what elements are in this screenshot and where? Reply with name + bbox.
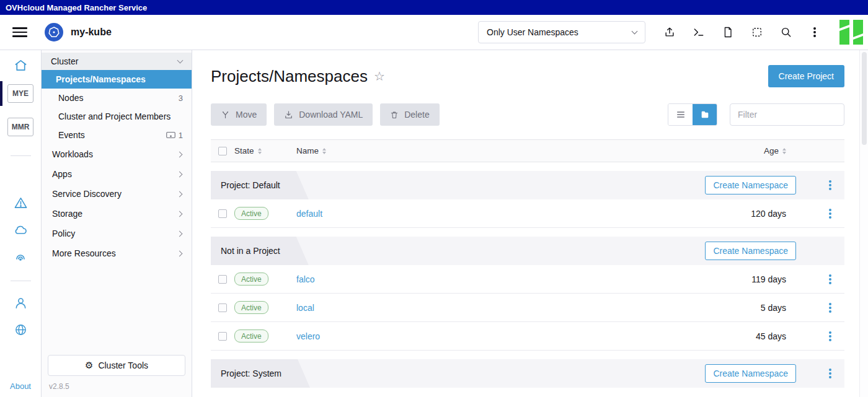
column-label: Age (764, 146, 779, 155)
group-label: Not in a Project (211, 237, 309, 265)
scrollbar[interactable] (859, 50, 868, 397)
menu-icon[interactable] (12, 27, 27, 37)
about-link[interactable]: About (10, 382, 31, 391)
age-value: 5 days (709, 303, 796, 313)
favorite-star-icon[interactable]: ☆ (374, 69, 385, 84)
sidebar-item-events[interactable]: Events 1 (42, 126, 192, 144)
age-value: 119 days (709, 274, 796, 284)
delete-button[interactable]: Delete (380, 103, 439, 126)
scrollbar-thumb[interactable] (862, 52, 867, 145)
row-kebab-menu-icon[interactable] (823, 301, 837, 315)
sidebar-group-more-resources[interactable]: More Resources (42, 243, 192, 263)
cluster-tools-label: Cluster Tools (98, 360, 148, 370)
sidebar-item-cluster-members[interactable]: Cluster and Project Members (42, 107, 192, 126)
sort-icon[interactable] (782, 148, 786, 154)
home-icon[interactable] (14, 58, 28, 72)
sidebar-item-nodes[interactable]: Nodes 3 (42, 89, 192, 107)
create-namespace-button[interactable]: Create Namespace (705, 364, 796, 383)
sort-icon[interactable] (322, 148, 326, 154)
content: MYE MMR (0, 50, 868, 397)
row-checkbox[interactable] (218, 332, 227, 341)
view-toggle (668, 103, 717, 126)
group-row-not-in-project: Not in a Project Create Namespace (211, 237, 844, 265)
chevron-right-icon (177, 250, 183, 256)
chevron-down-icon (632, 28, 638, 34)
header-actions: Only User Namespaces (478, 19, 866, 45)
column-header-state[interactable]: State (234, 146, 296, 155)
globe-icon[interactable] (14, 323, 28, 337)
nodes-count: 3 (179, 94, 183, 103)
select-all-checkbox[interactable] (218, 147, 227, 155)
status-badge: Active (234, 273, 268, 286)
namespace-link[interactable]: local (296, 303, 314, 313)
group-row-project-default: Project: Default Create Namespace (211, 171, 844, 199)
table-row: Active falco 119 days (211, 265, 844, 294)
app-header: my-kube Only User Namespaces (0, 15, 868, 50)
sidebar-item-projects-namespaces[interactable]: Projects/Namespaces (42, 70, 192, 89)
import-yaml-icon[interactable] (662, 25, 677, 40)
table-row: Active local 5 days (211, 294, 844, 322)
column-label: Name (296, 146, 319, 155)
group-kebab-menu-icon[interactable] (823, 178, 837, 192)
row-checkbox[interactable] (218, 303, 227, 312)
group-label: Project: Default (211, 171, 309, 199)
sidebar-group-service-discovery[interactable]: Service Discovery (42, 184, 192, 204)
rail-cluster-badge: MMR (7, 118, 33, 136)
sidebar-group-apps[interactable]: Apps (42, 164, 192, 184)
row-checkbox[interactable] (218, 275, 227, 284)
download-yaml-button[interactable]: Download YAML (274, 103, 373, 126)
sidebar-item-label: More Resources (52, 248, 116, 258)
namespace-filter-select[interactable]: Only User Namespaces (478, 21, 645, 43)
rail-cluster-mmr[interactable]: MMR (0, 115, 41, 139)
user-icon[interactable] (14, 296, 28, 310)
sidebar-group-storage[interactable]: Storage (42, 204, 192, 224)
search-icon[interactable] (779, 25, 794, 40)
cloud-icon[interactable] (13, 222, 28, 237)
copy-config-icon[interactable] (750, 25, 764, 40)
rail-cluster-mye[interactable]: MYE (0, 81, 41, 106)
group-row-project-system: Project: System Create Namespace (211, 359, 844, 388)
grouped-view-button[interactable] (693, 104, 717, 125)
sort-icon[interactable] (258, 148, 262, 154)
kubeconfig-file-icon[interactable] (720, 25, 735, 40)
list-view-icon (676, 110, 686, 120)
ovh-topbar: OVHcloud Managed Rancher Service (0, 0, 868, 15)
cluster-name: my-kube (71, 27, 112, 38)
monitoring-waves-icon[interactable] (13, 250, 28, 264)
grouped-view-icon (700, 110, 710, 120)
column-header-name[interactable]: Name (296, 146, 709, 155)
events-count: 1 (166, 131, 183, 140)
row-kebab-menu-icon[interactable] (823, 273, 837, 286)
create-namespace-button[interactable]: Create Namespace (705, 176, 796, 194)
cluster-tools-button[interactable]: ⚙ Cluster Tools (48, 355, 185, 376)
move-icon (221, 110, 230, 120)
status-badge: Active (234, 301, 268, 314)
filter-input[interactable] (730, 103, 844, 126)
chevron-right-icon (177, 171, 183, 177)
list-view-button[interactable] (668, 104, 693, 125)
namespace-link[interactable]: velero (296, 331, 320, 341)
create-project-button[interactable]: Create Project (768, 65, 844, 87)
sidebar-section-cluster[interactable]: Cluster (42, 53, 192, 70)
group-label: Project: System (211, 359, 310, 388)
sidebar-group-workloads[interactable]: Workloads (42, 144, 192, 164)
brand-logo (837, 19, 866, 45)
sidebar-group-policy[interactable]: Policy (42, 224, 192, 243)
row-checkbox[interactable] (218, 209, 227, 218)
rail-divider (11, 155, 31, 156)
alerts-icon[interactable] (14, 196, 28, 210)
namespace-link[interactable]: falco (296, 274, 315, 284)
download-icon (284, 110, 293, 120)
namespace-filter-value: Only User Namespaces (487, 27, 578, 37)
row-kebab-menu-icon[interactable] (823, 207, 837, 220)
move-button[interactable]: Move (211, 103, 267, 126)
move-label: Move (236, 110, 257, 120)
kubectl-shell-icon[interactable] (691, 25, 706, 40)
row-kebab-menu-icon[interactable] (823, 329, 837, 343)
sidebar-item-label: Events (58, 130, 85, 140)
create-namespace-button[interactable]: Create Namespace (705, 242, 796, 260)
header-kebab-menu-icon[interactable] (808, 25, 822, 39)
column-header-age[interactable]: Age (709, 146, 796, 155)
namespace-link[interactable]: default (296, 209, 322, 219)
group-kebab-menu-icon[interactable] (823, 367, 837, 380)
